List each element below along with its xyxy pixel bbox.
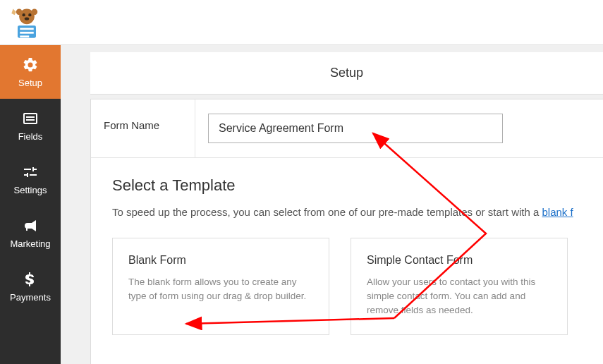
sliders-icon [22, 164, 39, 181]
dollar-icon [22, 271, 39, 288]
sidebar-item-fields[interactable]: Fields [0, 99, 61, 152]
template-card-blank[interactable]: Blank Form The blank form allows you to … [112, 238, 329, 336]
bullhorn-icon [22, 217, 39, 234]
page-title: Setup [90, 52, 603, 95]
svg-point-3 [25, 17, 30, 20]
template-card-title: Blank Form [128, 254, 313, 267]
blank-form-link[interactable]: blank f [542, 206, 573, 218]
template-card-simple-contact[interactable]: Simple Contact Form Allow your users to … [351, 238, 568, 336]
sidebar-item-label: Fields [18, 131, 43, 142]
topbar [0, 0, 603, 45]
gear-icon [22, 56, 39, 73]
template-cards: Blank Form The blank form allows you to … [112, 238, 582, 336]
svg-rect-8 [20, 32, 34, 34]
svg-rect-9 [20, 35, 29, 37]
form-icon [22, 110, 39, 127]
main-content: Setup Form Name Select a Template To spe… [61, 45, 603, 364]
sidebar-item-settings[interactable]: Settings [0, 152, 61, 206]
template-card-desc: Allow your users to contact you with thi… [367, 275, 552, 318]
form-name-label: Form Name [91, 99, 195, 157]
svg-rect-12 [26, 119, 35, 121]
template-title: Select a Template [112, 176, 582, 195]
sidebar-item-label: Marketing [10, 238, 50, 249]
form-name-input[interactable] [208, 114, 503, 143]
svg-rect-7 [20, 28, 34, 30]
svg-point-5 [32, 8, 38, 15]
sidebar-item-setup[interactable]: Setup [0, 45, 61, 99]
svg-rect-10 [24, 114, 37, 123]
template-desc-text: To speed up the process, you can select … [112, 206, 542, 218]
setup-panel: Form Name Select a Template To speed up … [90, 99, 603, 364]
sidebar-item-label: Payments [10, 292, 51, 303]
template-desc: To speed up the process, you can select … [112, 205, 582, 221]
svg-rect-11 [26, 116, 35, 118]
sidebar-item-marketing[interactable]: Marketing [0, 206, 61, 260]
template-card-title: Simple Contact Form [367, 254, 552, 267]
template-section: Select a Template To speed up the proces… [91, 158, 603, 335]
svg-point-2 [28, 13, 31, 16]
svg-point-4 [16, 8, 23, 15]
sidebar-item-label: Setup [18, 78, 42, 88]
sidebar-item-label: Settings [14, 185, 47, 195]
form-name-row: Form Name [91, 99, 603, 158]
svg-point-1 [23, 13, 25, 16]
sidebar: Setup Fields Settings Marketing [0, 45, 61, 364]
sidebar-item-payments[interactable]: Payments [0, 260, 61, 313]
form-name-field-wrap [195, 99, 603, 157]
template-card-desc: The blank form allows you to create any … [128, 275, 313, 304]
app-logo [8, 4, 45, 41]
